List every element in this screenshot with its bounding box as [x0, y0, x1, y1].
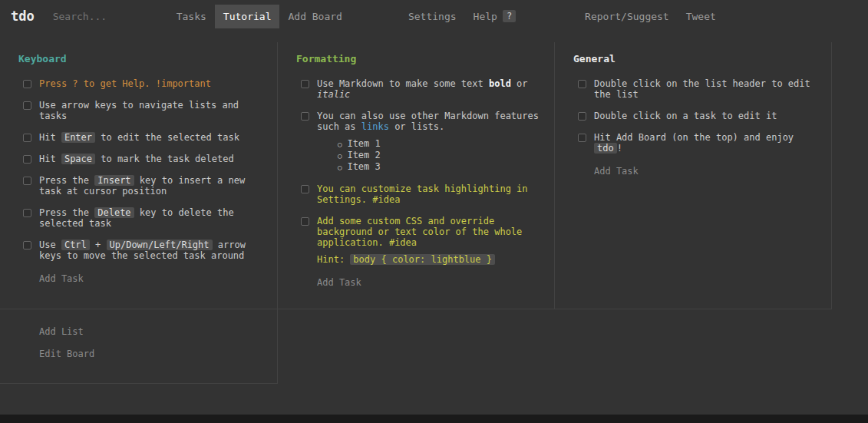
- nav-item-tasks[interactable]: Tasks: [168, 5, 215, 28]
- board: KeyboardPress ? to get Help. !importantU…: [0, 42, 868, 384]
- task-row[interactable]: Use arrow keys to navigate lists and tas…: [18, 100, 263, 121]
- inline-italic: italic: [317, 89, 350, 100]
- inline-bold: bold: [489, 78, 511, 89]
- nav-item-label: Tweet: [686, 11, 716, 22]
- nav-item-label: Tasks: [177, 11, 206, 22]
- sub-item-text: Item 1: [347, 138, 380, 149]
- nav-item-tutorial[interactable]: Tutorial: [215, 5, 280, 28]
- text-segment: or: [511, 78, 528, 89]
- text-segment: Double click on the list header to edit …: [594, 78, 810, 100]
- task-text-line: Double click on a task to edit it: [594, 111, 777, 121]
- task-row[interactable]: Press the Delete key to delete the selec…: [18, 207, 263, 229]
- task-text: Hit Space to mark the task deleted: [39, 154, 234, 164]
- task-text-line: Double click on the list header to edit …: [594, 78, 817, 100]
- task-checkbox[interactable]: [301, 185, 309, 193]
- task-text-line: Use Markdown to make some text bold or i…: [317, 78, 540, 100]
- add-task-link[interactable]: Add Task: [594, 166, 817, 177]
- task-checkbox[interactable]: [23, 80, 31, 88]
- text-segment: or lists.: [389, 121, 444, 132]
- task-text: Double click on a task to edit it: [594, 111, 777, 121]
- task-row[interactable]: Double click on a task to edit it: [573, 111, 817, 121]
- task-sub-list: ○Item 1○Item 2○Item 3: [317, 138, 540, 173]
- task-checkbox[interactable]: [578, 134, 586, 142]
- task-text-line: You can customize task highlighting in S…: [317, 183, 540, 205]
- task-text: Press the Insert key to insert a new tas…: [39, 175, 263, 197]
- search-input[interactable]: [53, 11, 160, 22]
- list-keyboard: KeyboardPress ? to get Help. !importantU…: [0, 42, 278, 309]
- inline-code: Insert: [94, 175, 134, 186]
- task-text: You can customize task highlighting in S…: [317, 183, 540, 205]
- main-navbar: tdo TasksTutorialAdd BoardSettingsHelp?R…: [0, 0, 868, 32]
- text-segment: Press the: [39, 207, 94, 218]
- list-column-general: GeneralDouble click on the list header t…: [555, 42, 832, 309]
- nav-item-help[interactable]: Help?: [465, 4, 525, 28]
- inline-code: Space: [61, 154, 95, 164]
- task-checkbox[interactable]: [301, 112, 309, 121]
- task-text-line: Hit Space to mark the task deleted: [39, 154, 234, 164]
- text-segment: Use arrow keys to navigate lists and tas…: [39, 100, 239, 121]
- task-row[interactable]: Press the Insert key to insert a new tas…: [18, 175, 263, 197]
- task-text: Press the Delete key to delete the selec…: [39, 207, 263, 229]
- text-segment: to mark the task deleted: [95, 154, 234, 164]
- nav-item-tweet[interactable]: Tweet: [678, 5, 724, 28]
- task-row[interactable]: Use Ctrl + Up/Down/Left/Right arrow keys…: [18, 240, 263, 261]
- add-task-link[interactable]: Add Task: [39, 273, 263, 284]
- task-row[interactable]: You can customize task highlighting in S…: [296, 183, 540, 205]
- task-checkbox[interactable]: [23, 177, 31, 185]
- inline-link[interactable]: links: [361, 121, 389, 132]
- text-segment: to edit the selected task: [95, 132, 239, 143]
- task-checkbox[interactable]: [23, 101, 31, 110]
- list-title-general[interactable]: General: [573, 53, 817, 64]
- text-segment: Hint:: [317, 254, 350, 265]
- task-text-line: Hit Enter to edit the selected task: [39, 132, 239, 143]
- text-segment: +: [90, 240, 107, 250]
- list-general: GeneralDouble click on the list header t…: [555, 42, 832, 309]
- task-checkbox[interactable]: [23, 241, 31, 250]
- text-segment: You can customize task highlighting in S…: [317, 183, 528, 205]
- text-segment: Double click on a task to edit it: [594, 111, 777, 121]
- task-text: You can also use other Markdown features…: [317, 111, 540, 173]
- task-text: Use Ctrl + Up/Down/Left/Right arrow keys…: [39, 240, 263, 261]
- task-row[interactable]: Hit Space to mark the task deleted: [18, 154, 263, 164]
- nav-item-label: Settings: [408, 11, 457, 22]
- task-text: Use Markdown to make some text bold or i…: [317, 78, 540, 100]
- task-text-line: Use arrow keys to navigate lists and tas…: [39, 100, 263, 121]
- task-checkbox[interactable]: [578, 80, 586, 88]
- help-badge: ?: [503, 10, 516, 22]
- text-segment: !: [617, 143, 622, 154]
- nav-item-settings[interactable]: Settings: [400, 5, 465, 28]
- nav-item-add-board[interactable]: Add Board: [279, 5, 350, 28]
- board-actions: Add ListEdit Board: [0, 309, 278, 384]
- task-text-line: You can also use other Markdown features…: [317, 111, 540, 132]
- task-row[interactable]: Press ? to get Help. !important: [18, 78, 263, 89]
- sub-item-text: Item 3: [347, 161, 380, 172]
- list-title-formatting[interactable]: Formatting: [296, 53, 540, 64]
- nav-item-report-suggest[interactable]: Report/Suggest: [576, 5, 678, 28]
- text-segment: Use Markdown to make some text: [317, 78, 489, 89]
- task-row[interactable]: Double click on the list header to edit …: [573, 78, 817, 100]
- edit-board-link[interactable]: Edit Board: [39, 349, 259, 359]
- add-list-link[interactable]: Add List: [39, 326, 259, 337]
- add-task-link[interactable]: Add Task: [317, 277, 540, 288]
- task-checkbox[interactable]: [23, 134, 31, 142]
- task-checkbox[interactable]: [301, 80, 309, 88]
- task-row[interactable]: Hit Enter to edit the selected task: [18, 132, 263, 143]
- task-checkbox[interactable]: [23, 209, 31, 217]
- task-checkbox[interactable]: [23, 155, 31, 164]
- nav-item-label: Add Board: [288, 11, 342, 22]
- task-row[interactable]: Use Markdown to make some text bold or i…: [296, 78, 540, 100]
- nav-items: TasksTutorialAdd BoardSettingsHelp?Repor…: [168, 4, 724, 28]
- task-text: Hit Enter to edit the selected task: [39, 132, 239, 143]
- list-title-keyboard[interactable]: Keyboard: [18, 53, 263, 64]
- task-row[interactable]: Hit Add Board (on the top) and enjoy tdo…: [573, 132, 817, 154]
- circle-bullet-icon: ○: [338, 150, 342, 161]
- task-row[interactable]: You can also use other Markdown features…: [296, 111, 540, 173]
- nav-item-label: Tutorial: [223, 11, 272, 22]
- task-text-line: Add some custom CSS and override backgro…: [317, 216, 540, 248]
- task-row[interactable]: Add some custom CSS and override backgro…: [296, 216, 540, 265]
- task-text-line: Press the Delete key to delete the selec…: [39, 207, 263, 229]
- board-lists: KeyboardPress ? to get Help. !importantU…: [0, 42, 832, 384]
- task-checkbox[interactable]: [301, 217, 309, 226]
- task-checkbox[interactable]: [578, 112, 586, 121]
- app-logo[interactable]: tdo: [11, 8, 35, 24]
